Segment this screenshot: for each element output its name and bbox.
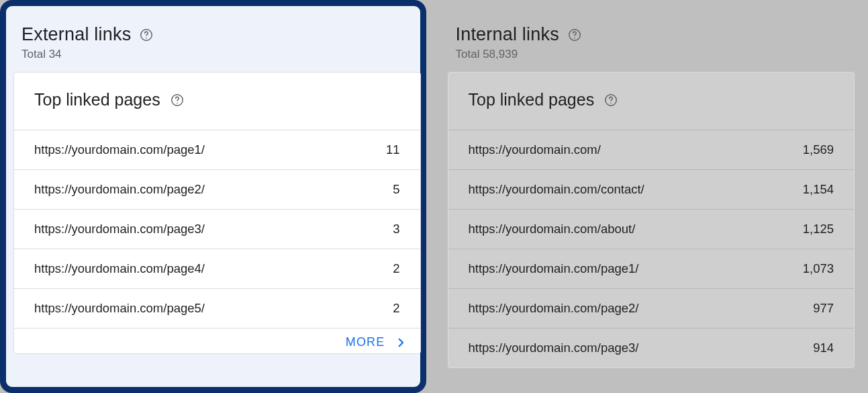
svg-point-5 [574, 37, 575, 38]
link-count: 977 [813, 301, 834, 316]
internal-link-row[interactable]: https://yourdomain.com/contact/ 1,154 [448, 169, 855, 209]
more-button[interactable]: MORE [346, 335, 407, 349]
internal-link-row[interactable]: https://yourdomain.com/ 1,569 [448, 130, 855, 169]
link-url: https://yourdomain.com/contact/ [469, 182, 654, 197]
link-count: 11 [386, 142, 400, 157]
chevron-right-icon [395, 337, 407, 349]
link-count: 2 [393, 261, 399, 276]
link-url: https://yourdomain.com/page2/ [469, 301, 648, 316]
svg-point-7 [610, 102, 612, 103]
svg-point-1 [146, 37, 148, 38]
external-section-header: Top linked pages [14, 73, 420, 130]
link-count: 1,154 [803, 182, 834, 197]
external-total-label: Total 34 [13, 46, 421, 72]
external-link-row[interactable]: https://yourdomain.com/page3/ 3 [14, 209, 420, 249]
link-url: https://yourdomain.com/page1/ [469, 261, 648, 276]
link-count: 3 [393, 222, 399, 236]
external-links-panel: External links Total 34 Top linked pages… [0, 0, 434, 393]
help-icon[interactable] [567, 28, 582, 42]
link-count: 1,073 [803, 261, 834, 276]
link-url: https://yourdomain.com/ [469, 142, 610, 157]
link-url: https://yourdomain.com/page5/ [34, 301, 214, 316]
external-section-title: Top linked pages [34, 90, 160, 110]
internal-link-row[interactable]: https://yourdomain.com/page1/ 1,073 [448, 249, 855, 288]
internal-link-row[interactable]: https://yourdomain.com/about/ 1,125 [448, 209, 855, 249]
svg-point-3 [177, 102, 178, 103]
link-count: 1,569 [803, 142, 834, 157]
internal-link-row[interactable]: https://yourdomain.com/page3/ 914 [448, 328, 855, 367]
link-url: https://yourdomain.com/page1/ [34, 142, 214, 157]
internal-title: Internal links [456, 24, 559, 45]
external-title: External links [21, 24, 131, 45]
help-icon[interactable] [170, 93, 185, 107]
external-link-row[interactable]: https://yourdomain.com/page1/ 11 [14, 130, 420, 169]
external-panel-header: External links [13, 19, 421, 46]
more-label: MORE [346, 335, 385, 349]
link-url: https://yourdomain.com/about/ [469, 222, 645, 236]
link-url: https://yourdomain.com/page3/ [469, 341, 648, 355]
link-count: 914 [813, 341, 834, 355]
external-link-row[interactable]: https://yourdomain.com/page2/ 5 [14, 169, 420, 209]
help-icon[interactable] [139, 28, 154, 42]
link-count: 5 [393, 182, 399, 197]
external-top-linked-card: Top linked pages https://yourdomain.com/… [13, 72, 421, 354]
more-row-container: MORE [14, 328, 420, 353]
internal-top-linked-card: Top linked pages https://yourdomain.com/… [448, 72, 855, 368]
internal-section-header: Top linked pages [448, 73, 855, 130]
external-link-row[interactable]: https://yourdomain.com/page4/ 2 [14, 249, 420, 288]
link-url: https://yourdomain.com/page4/ [34, 261, 214, 276]
internal-link-row[interactable]: https://yourdomain.com/page2/ 977 [448, 288, 855, 328]
internal-total-label: Total 58,939 [448, 46, 855, 72]
link-count: 1,125 [803, 222, 834, 236]
internal-section-title: Top linked pages [469, 90, 595, 110]
link-url: https://yourdomain.com/page2/ [34, 182, 214, 197]
internal-panel-header: Internal links [448, 19, 855, 46]
help-icon[interactable] [604, 93, 618, 107]
internal-links-panel: Internal links Total 58,939 Top linked p… [434, 0, 869, 393]
external-link-row[interactable]: https://yourdomain.com/page5/ 2 [14, 288, 420, 328]
link-count: 2 [393, 301, 399, 316]
link-url: https://yourdomain.com/page3/ [34, 222, 214, 236]
